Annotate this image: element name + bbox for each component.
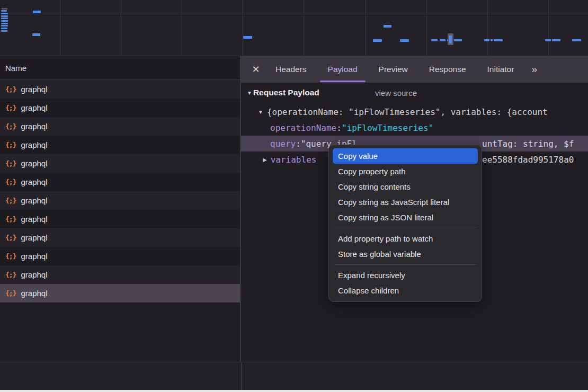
request-row[interactable]: {;}graphql: [0, 191, 240, 210]
braces-icon: {;}: [5, 271, 16, 279]
menu-item-copy-string-as-json-literal[interactable]: Copy string as JSON literal: [329, 210, 482, 225]
request-list-panel: Name {;}graphql{;}graphql{;}graphql{;}gr…: [0, 56, 241, 362]
waterfall-bar[interactable]: [552, 39, 560, 41]
request-name: graphql: [21, 252, 47, 261]
summary-bar-empty: [0, 362, 588, 390]
request-row[interactable]: {;}graphql: [0, 136, 240, 154]
braces-icon: {;}: [5, 178, 16, 186]
window-bottom-edge: [0, 390, 588, 392]
request-name: graphql: [21, 270, 47, 279]
braces-icon: {;}: [5, 104, 16, 112]
request-row[interactable]: {;}graphql: [0, 284, 240, 302]
tab-response[interactable]: Response: [421, 56, 474, 83]
waterfall-bar[interactable]: [449, 35, 452, 43]
grid-line: [0, 13, 588, 13]
waterfall-bar[interactable]: [1, 23, 8, 24]
waterfall-bar[interactable]: [1, 28, 7, 29]
menu-item-collapse-children[interactable]: Collapse children: [329, 283, 482, 298]
waterfall-bar[interactable]: [431, 39, 438, 41]
menu-item-add-property-path-to-watch[interactable]: Add property path to watch: [329, 231, 482, 246]
waterfall-bar[interactable]: [1, 10, 7, 12]
request-name: graphql: [21, 140, 47, 149]
collapse-triangle-icon: ▼: [247, 90, 252, 96]
braces-icon: {;}: [5, 159, 16, 167]
colon: :: [296, 139, 301, 149]
name-column-label: Name: [5, 64, 26, 73]
operation-name-value: "ipFlowTimeseries": [342, 123, 433, 133]
menu-item-copy-value[interactable]: Copy value: [333, 148, 478, 164]
details-tabs: HeadersPayloadPreviewResponseInitiator: [268, 56, 522, 83]
waterfall-bar[interactable]: [1, 30, 7, 32]
request-row[interactable]: {;}graphql: [0, 210, 240, 228]
waterfall-bar[interactable]: [1, 17, 8, 19]
waterfall-bar[interactable]: [1, 15, 8, 17]
waterfall-bar[interactable]: [1, 13, 8, 14]
network-overview-waterfall[interactable]: [0, 0, 588, 56]
request-name: graphql: [21, 233, 47, 242]
waterfall-bar[interactable]: [243, 36, 252, 39]
waterfall-bar[interactable]: [33, 11, 41, 13]
request-row[interactable]: {;}graphql: [0, 247, 240, 265]
waterfall-bar[interactable]: [491, 39, 493, 41]
request-row[interactable]: {;}graphql: [0, 80, 240, 99]
waterfall-bar[interactable]: [373, 39, 382, 42]
grid-line: [487, 0, 488, 56]
grid-line: [121, 0, 121, 56]
request-row[interactable]: {;}graphql: [0, 228, 240, 247]
request-payload-section-header[interactable]: ▼ Request Payload: [247, 88, 319, 97]
query-value-right: untTag: string, $f: [482, 136, 574, 152]
request-row[interactable]: {;}graphql: [0, 173, 240, 191]
tab-initiator[interactable]: Initiator: [479, 56, 522, 83]
close-icon[interactable]: ✕: [252, 56, 260, 83]
request-name: graphql: [21, 289, 47, 298]
menu-item-store-as-global-variable[interactable]: Store as global variable: [329, 246, 482, 262]
waterfall-bar[interactable]: [440, 39, 446, 41]
waterfall-bar[interactable]: [494, 39, 503, 41]
grid-line: [426, 0, 427, 56]
query-key: query: [270, 139, 296, 149]
waterfall-bar[interactable]: [400, 39, 409, 42]
context-menu: Copy valueCopy property pathCopy string …: [328, 145, 482, 302]
menu-separator: [334, 264, 476, 265]
braces-icon: {;}: [5, 85, 16, 93]
grid-line: [366, 0, 366, 56]
request-row[interactable]: {;}graphql: [0, 265, 240, 284]
details-tab-bar: ✕ HeadersPayloadPreviewResponseInitiator…: [241, 56, 588, 83]
payload-root-row[interactable]: ▼ {operationName: "ipFlowTimeseries", va…: [241, 104, 588, 120]
braces-icon: {;}: [5, 234, 16, 242]
request-name: graphql: [21, 103, 47, 112]
colon: :: [336, 123, 342, 133]
grid-line: [60, 0, 60, 56]
more-tabs-icon[interactable]: »: [531, 56, 536, 83]
tab-payload[interactable]: Payload: [320, 56, 366, 83]
menu-item-copy-string-contents[interactable]: Copy string contents: [329, 179, 482, 194]
request-name: graphql: [21, 159, 47, 168]
name-column-header[interactable]: Name: [0, 56, 240, 80]
tab-preview[interactable]: Preview: [371, 56, 416, 83]
menu-item-copy-string-as-javascript-literal[interactable]: Copy string as JavaScript literal: [329, 194, 482, 210]
waterfall-bar-gray[interactable]: [2, 8, 7, 10]
waterfall-bar[interactable]: [572, 39, 581, 41]
braces-icon: {;}: [5, 215, 16, 223]
waterfall-bar[interactable]: [545, 39, 551, 41]
expand-triangle-icon[interactable]: ▼: [258, 109, 263, 115]
waterfall-bar[interactable]: [1, 20, 8, 22]
waterfall-bar[interactable]: [384, 25, 391, 28]
view-source-link[interactable]: view source: [375, 88, 417, 97]
menu-item-copy-property-path[interactable]: Copy property path: [329, 164, 482, 179]
request-row[interactable]: {;}graphql: [0, 99, 240, 117]
variables-value-right: ee5588fdad995178a0: [482, 152, 574, 167]
tab-headers[interactable]: Headers: [268, 56, 315, 83]
waterfall-bar[interactable]: [1, 25, 8, 26]
menu-item-expand-recursively[interactable]: Expand recursively: [329, 268, 482, 283]
waterfall-bar[interactable]: [32, 33, 40, 36]
expand-triangle-icon[interactable]: ▶: [263, 157, 267, 163]
request-row[interactable]: {;}graphql: [0, 154, 240, 173]
waterfall-bar[interactable]: [484, 39, 489, 41]
request-row[interactable]: {;}graphql: [0, 117, 240, 136]
braces-icon: {;}: [5, 252, 16, 260]
waterfall-bar[interactable]: [454, 39, 462, 41]
menu-separator: [334, 228, 476, 228]
operation-name-row[interactable]: operationName: "ipFlowTimeseries": [241, 120, 588, 136]
request-name: graphql: [21, 196, 47, 205]
